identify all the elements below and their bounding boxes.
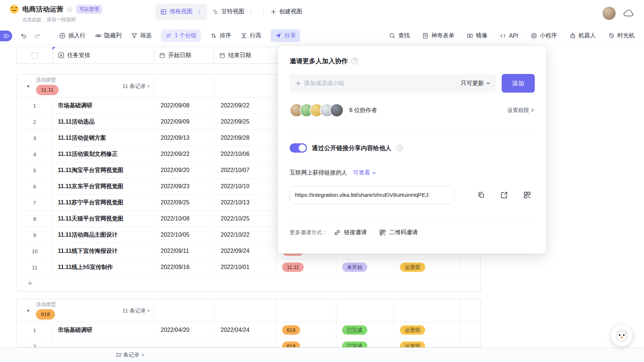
assistant-mascot[interactable] xyxy=(611,324,633,347)
sync-cloud-icon[interactable] xyxy=(623,9,635,18)
task-cell[interactable]: 11.11天猫平台官网视觉图 xyxy=(53,211,154,227)
task-cell[interactable] xyxy=(53,338,154,348)
hide-columns-button[interactable]: 隐藏列 xyxy=(95,32,121,40)
favorite-star-icon[interactable]: ☆ xyxy=(66,6,73,13)
task-cell[interactable]: 11.11线下宣传海报设计 xyxy=(53,243,154,259)
task-cell[interactable]: 11.11京东平台官网视觉图 xyxy=(53,178,154,194)
robot-button[interactable]: 机器人 xyxy=(569,32,596,40)
end-date-cell[interactable]: 2022/10/13 xyxy=(214,195,276,210)
add-member-input[interactable] xyxy=(304,80,453,87)
set-permission-link[interactable]: 设置权限 xyxy=(507,107,535,114)
mini-program-button[interactable]: 小程序 xyxy=(530,32,557,40)
collapse-group-icon[interactable]: ▼ xyxy=(26,84,30,88)
start-date-cell[interactable]: 2022/09/11 xyxy=(154,243,214,259)
start-date-cell[interactable]: 2022/09/25 xyxy=(154,195,214,210)
start-date-cell[interactable]: 2022/04/20 xyxy=(154,322,214,338)
filter-button[interactable]: 筛选 xyxy=(131,32,152,40)
end-date-cell[interactable]: 2022/10/10 xyxy=(214,178,276,194)
select-all-checkbox[interactable] xyxy=(32,52,38,59)
copy-link-button[interactable] xyxy=(477,191,485,199)
create-view-button[interactable]: 创建视图 xyxy=(268,4,305,20)
start-date-cell[interactable]: 2022/09/09 xyxy=(154,114,214,130)
end-date-cell[interactable]: 2022/10/01 xyxy=(214,259,276,275)
tag-cell[interactable]: 618 xyxy=(276,322,336,338)
start-date-cell[interactable]: 2022/10/08 xyxy=(154,211,214,227)
end-date-cell[interactable]: 2022/10/07 xyxy=(214,162,276,178)
share-url-input[interactable] xyxy=(295,192,449,198)
end-date-cell[interactable]: 2022/10/25 xyxy=(214,211,276,227)
group-header[interactable]: ▼ 活动类型 618 11 条记录▾ xyxy=(17,299,480,322)
select-all-cell[interactable] xyxy=(17,47,53,64)
end-date-cell[interactable]: 2022/04/24 xyxy=(214,322,276,338)
start-date-cell[interactable]: 2022/09/23 xyxy=(154,178,214,194)
mirror-button[interactable]: 镜像 xyxy=(466,32,487,40)
start-date-cell[interactable]: 2022/10/05 xyxy=(154,227,214,243)
share-url-box[interactable] xyxy=(290,186,454,204)
start-date-cell[interactable]: 2022/09/22 xyxy=(154,146,214,162)
end-date-cell[interactable]: 2022/09/22 xyxy=(214,98,276,113)
start-date-cell[interactable] xyxy=(154,338,214,348)
expand-sidebar-button[interactable] xyxy=(0,31,12,41)
column-header-end-date[interactable]: 结束日期 xyxy=(214,47,276,64)
dept-cell[interactable]: 运营部 xyxy=(394,259,460,275)
help-icon[interactable]: ? xyxy=(351,58,358,64)
end-date-cell[interactable]: 2022/09/24 xyxy=(214,243,276,259)
tab-menu-icon[interactable]: ⋮ xyxy=(248,9,254,14)
end-date-cell[interactable]: 2022/10/22 xyxy=(214,227,276,243)
add-row-button[interactable]: + xyxy=(17,275,480,291)
start-date-cell[interactable]: 2022/09/20 xyxy=(154,162,214,178)
status-cell[interactable]: 已完成 xyxy=(336,338,394,348)
tab-grid-view[interactable]: 维格视图 ⋮ xyxy=(155,4,207,20)
end-date-cell[interactable]: 2022/09/25 xyxy=(214,114,276,130)
task-cell[interactable]: 11.11活动策划文档修正 xyxy=(53,146,154,162)
group-record-count[interactable]: 11 条记录▾ xyxy=(123,83,150,89)
task-cell[interactable]: 11.11活动促销方案 xyxy=(53,130,154,146)
help-icon[interactable]: ? xyxy=(396,145,403,151)
status-cell[interactable]: 已完成 xyxy=(336,322,394,338)
task-cell[interactable]: 11.11线上h5宣传制作 xyxy=(53,259,154,275)
undo-button[interactable] xyxy=(20,32,27,40)
table-row[interactable]: 11 11.11线上h5宣传制作 2022/09/16 2022/10/01 1… xyxy=(17,259,480,275)
link-permission-select[interactable]: 可查看 xyxy=(353,169,376,177)
tag-cell[interactable]: 618 xyxy=(276,338,336,348)
api-button[interactable]: API xyxy=(500,32,518,39)
end-date-cell[interactable]: 2022/10/06 xyxy=(214,146,276,162)
group-record-count[interactable]: 11 条记录▾ xyxy=(123,307,150,314)
task-cell[interactable]: 11.11活动选品 xyxy=(53,114,154,130)
task-cell[interactable]: 11.11苏宁平台官网视觉图 xyxy=(53,195,154,210)
magic-form-button[interactable]: 神奇表单 xyxy=(422,32,454,40)
dept-cell[interactable]: 运营部 xyxy=(394,322,460,338)
add-member-input-box[interactable]: 只可更新 xyxy=(290,74,496,93)
table-row[interactable]: 1 市场基础调研 2022/04/20 2022/04/24 618 已完成 运… xyxy=(17,322,480,338)
record-count-footer[interactable]: 22 条记录 ▾ xyxy=(0,348,644,362)
tab-menu-icon[interactable]: ⋮ xyxy=(197,9,202,14)
task-cell[interactable]: 市场基础调研 xyxy=(53,322,154,338)
tag-cell[interactable]: 11.11 xyxy=(276,259,336,275)
task-cell[interactable]: 11.11活动商品主图设计 xyxy=(53,227,154,243)
extra-cell[interactable] xyxy=(460,322,480,338)
group-button[interactable]: 1 个分组 xyxy=(161,29,201,42)
start-date-cell[interactable]: 2022/09/16 xyxy=(154,259,214,275)
dept-cell[interactable]: 运营部 xyxy=(394,338,460,348)
task-cell[interactable]: 市场基础调研 xyxy=(53,98,154,113)
open-link-button[interactable] xyxy=(500,191,508,199)
description-placeholder[interactable]: 点击此处，添加一段说明 xyxy=(9,17,635,23)
start-date-cell[interactable]: 2022/09/13 xyxy=(154,130,214,146)
time-machine-button[interactable]: 时光机 xyxy=(608,32,635,40)
collapse-group-icon[interactable]: ▼ xyxy=(26,308,30,313)
qr-code-button[interactable] xyxy=(523,191,531,199)
find-button[interactable]: 查找 xyxy=(389,32,410,40)
extra-cell[interactable] xyxy=(460,338,480,348)
public-link-toggle[interactable] xyxy=(290,143,307,153)
start-date-cell[interactable]: 2022/09/08 xyxy=(154,98,214,113)
end-date-cell[interactable] xyxy=(214,338,276,348)
redo-button[interactable] xyxy=(34,32,41,40)
row-height-button[interactable]: 行高 xyxy=(240,32,261,40)
tab-gantt-view[interactable]: 甘特视图 ⋮ xyxy=(207,4,259,20)
end-date-cell[interactable]: 2022/09/28 xyxy=(214,130,276,146)
add-member-button[interactable]: 添加 xyxy=(502,74,535,93)
insert-row-button[interactable]: 插入行 xyxy=(59,32,86,40)
column-header-start-date[interactable]: 开始日期 xyxy=(154,47,214,64)
task-cell[interactable]: 11.11淘宝平台官网视觉图 xyxy=(53,162,154,178)
extra-cell[interactable] xyxy=(460,259,480,275)
